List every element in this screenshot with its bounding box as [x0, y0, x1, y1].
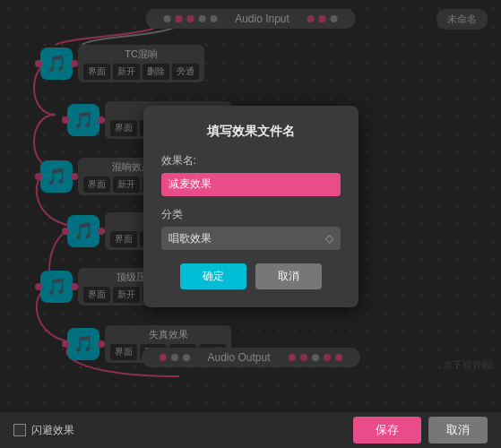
modal-buttons: 确定 取消 [161, 263, 341, 289]
modal-title: 填写效果文件名 [161, 124, 341, 140]
checkbox-area: 闪避效果 [13, 423, 74, 438]
category-select-wrapper: 唱歌效果 混响效果 其他效果 ◇ [161, 227, 341, 250]
category-label: 分类 [161, 207, 341, 222]
bottom-right-buttons: 保存 取消 [353, 417, 488, 444]
node-canvas: Audio Input 未命名 🎵 TC混响 界面 新开 删除 旁通 🎵 压限控… [0, 0, 501, 412]
modal-dialog: 填写效果文件名 效果名: 分类 唱歌效果 混响效果 其他效果 ◇ 确定 取消 [143, 106, 358, 307]
cancel-button[interactable]: 取消 [428, 417, 488, 444]
category-select[interactable]: 唱歌效果 混响效果 其他效果 [161, 227, 341, 250]
effect-name-input[interactable] [161, 173, 341, 196]
effect-name-label: 效果名: [161, 153, 341, 168]
modal-cancel-button[interactable]: 取消 [255, 263, 322, 289]
modal-ok-button[interactable]: 确定 [180, 263, 246, 289]
bottom-toolbar: 闪避效果 保存 取消 [0, 412, 501, 448]
checkbox-label: 闪避效果 [31, 423, 74, 438]
flash-effect-checkbox[interactable] [13, 424, 26, 436]
modal-overlay: 填写效果文件名 效果名: 分类 唱歌效果 混响效果 其他效果 ◇ 确定 取消 [0, 0, 501, 412]
save-button[interactable]: 保存 [353, 417, 421, 444]
